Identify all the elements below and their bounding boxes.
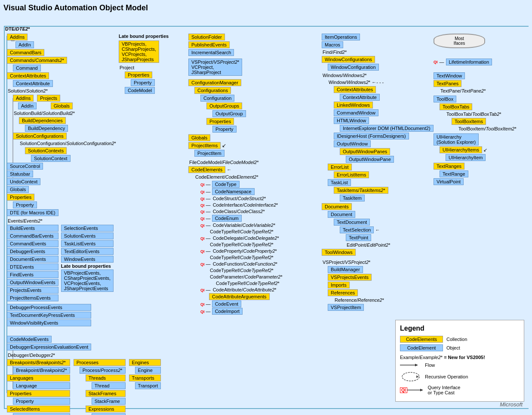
node-uihierarchy: UIHierarchy(Solution Explorer) [434, 133, 479, 146]
node-documentevents: DocumentEvents [7, 256, 58, 263]
node-buildmanager: BuildManager [328, 266, 363, 273]
node-language: Language [13, 382, 70, 389]
node-uihierarchyitem: UIHierarchyItem [446, 154, 486, 161]
node-globals: Globals [51, 102, 73, 109]
node-contextattributes: ContextAttributes [7, 72, 49, 79]
page: Visual Studio Automation Object Model [0, 0, 532, 415]
node-configurations: Configurations [194, 87, 231, 94]
node-textselection: TextSelection [340, 226, 374, 233]
legend-qi-line [407, 387, 424, 393]
node-codeelements: CodeElements [188, 166, 225, 173]
late-bound-title: Late bound properties [119, 34, 169, 39]
node-statusbar: Statusbar [7, 170, 33, 177]
node-findevents: FindEvents [7, 271, 58, 278]
node-textpanes: TextPanes [434, 80, 461, 87]
node-uihierarchyitems: UIHierarchyItems [440, 146, 482, 153]
node-configmgr: ConfigurationManager [188, 79, 241, 86]
node-textpoint: TextPoint [346, 234, 371, 241]
node-threads: Threads [86, 375, 126, 381]
node-contextattrib: ContextAttribute [340, 94, 380, 101]
legend-collection-label: Collection [446, 337, 467, 342]
node-config-property: Property [212, 126, 237, 133]
node-events: Events/Events2* [7, 218, 43, 224]
legend-object-box: CodeElement [400, 344, 443, 351]
node-imports: Imports [328, 282, 350, 288]
node-transports: Transports [129, 375, 161, 381]
node-command: Command [13, 65, 41, 71]
node-windows: Windows/Windows2* [322, 72, 368, 78]
node-idesignerhost: IDesignerHost (FormsDesigners) [334, 133, 409, 139]
node-selectionevents: SelectionEvents [61, 225, 114, 232]
node-macros: Macros [322, 41, 343, 48]
node-texteditorevents: TextEditorEvents [61, 248, 114, 255]
node-builddeps: BuildDependencies [19, 117, 66, 124]
node-commandevents: CommandEvents [7, 240, 58, 247]
node-codetyperef4: CodeTypeRef/CodeTypeRef2* [209, 267, 274, 273]
node-taskitem: TaskItem [340, 195, 365, 201]
node-projectsevents: ProjectsEvents [7, 287, 58, 294]
node-outputwindowpanes: OutputWindowPanes [340, 148, 390, 155]
node-codeproperty: CodeProperty/CodeProperty2* [212, 248, 278, 254]
node-outputwindowevents: OutputWindowEvents [7, 279, 58, 286]
node-codenamespace: CodeNamespace [212, 188, 255, 195]
node-stackframes: StackFrames [86, 390, 126, 397]
legend-object-label: Object [446, 345, 460, 350]
node-project: Project [119, 65, 135, 71]
node-solutionbuild: SolutionBuild/SolutionBuild2* [13, 110, 76, 116]
node-addin2: AddIn [18, 102, 37, 109]
node-debuggerprocessevents: DebuggerProcessEvents [7, 304, 91, 311]
node-errorlist: ErrorList [328, 164, 352, 170]
node-solution: Solution/Solution2* [7, 88, 49, 94]
node-commandbarevents: CommandBarEvents [7, 232, 58, 239]
node-breakpoint: Breakpoint/Breakpoint2* [13, 367, 70, 374]
most-ifaces-cloud: MostIfaces [434, 34, 485, 48]
node-process: Process/Process2* [80, 367, 126, 374]
node-outputwindow: OutputWindow [334, 140, 371, 147]
node-windowconfigs: WindowConfigurations [322, 56, 375, 63]
legend-box: Legend CodeElements Collection CodeEleme… [395, 320, 524, 402]
node-filecodemodel: FileCodeModel/FileCodeModel2* [188, 159, 259, 165]
node-outputgroup: OutputGroup [212, 110, 246, 117]
legend-row-recursive: Recursive Operation [400, 370, 520, 383]
node-solutionevents: SolutionEvents [61, 232, 114, 239]
node-vsproject2: VSProject/VSProject2* [322, 259, 371, 265]
node-transport: Transport [135, 382, 161, 389]
node-textdocumentkeypress: TextDocumentKeyPressEvents [7, 312, 91, 319]
node-solutionconfigs: SolutionConfigurations [13, 133, 67, 139]
node-textrange: TextRange [440, 170, 468, 177]
node-references: References [328, 289, 358, 296]
node-sol-addins: AddIns [13, 95, 34, 102]
node-reference: Reference/Reference2* [334, 297, 385, 303]
node-toolboxtab: ToolBoxTab/ToolBoxTab2* [446, 111, 502, 117]
legend-qi-label: Query Interfaceor Type Cast [428, 385, 461, 395]
node-vb-projects: VBProjects,CSharpProjects,VCProjects,JSh… [119, 40, 159, 63]
node-configuration: Configuration [200, 95, 234, 102]
node-addin-item: AddIn [15, 41, 34, 48]
node-taskitems: TaskItems/TaskItems2* [334, 187, 388, 194]
node-toolbox: ToolBox [434, 96, 456, 102]
node-codeclass: CodeClass/CodeClass2* [212, 208, 266, 214]
legend-row-object: CodeElement Object [400, 344, 520, 351]
node-expressions: Expressions [86, 406, 126, 412]
node-projectitemsevents: ProjectItemsEvents [7, 294, 58, 301]
legend-recursive-label: Recursive Operation [425, 374, 468, 379]
node-projectitems: ProjectItems [188, 142, 221, 149]
node-globals2: Globals [7, 186, 29, 193]
node-windowevents: WindowEvents [61, 256, 114, 263]
legend-flow-icon [400, 362, 421, 369]
node-proj-property: Property [131, 79, 155, 86]
node-engines: Engines [129, 359, 161, 366]
node-itemoperations: ItemOperations [322, 34, 360, 40]
node-selecteditems: SelectedItems [7, 406, 70, 412]
node-linkedwindows: LinkedWindows [334, 102, 373, 108]
node-toolboxitems: ToolBoxItems [452, 118, 486, 125]
node-window: Window/Windows2* ←- - - [328, 79, 384, 85]
node-solutionconfig: SolutionConfiguration/SolutionConfigurat… [19, 140, 117, 146]
node-properties: Properties [7, 194, 34, 201]
node-solutionfolder: SolutionFolder [188, 34, 225, 40]
node-find: Find/Find2* [322, 49, 347, 55]
legend-qi-symbol: QI [400, 387, 424, 393]
node-vsprojectitem: VSProjectItem [328, 304, 364, 311]
node-config-properties: Properties [206, 118, 234, 125]
legend-row-collection: CodeElements Collection [400, 336, 520, 343]
